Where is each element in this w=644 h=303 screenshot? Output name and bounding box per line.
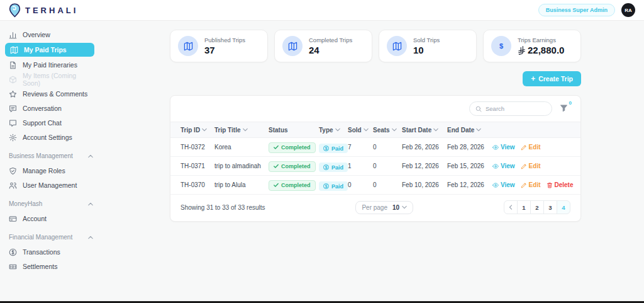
dashboard-screen: TERHALI Business Super Admin RA Overview… — [0, 0, 644, 303]
avatar[interactable]: RA — [621, 3, 635, 17]
brand-logo: TERHALI — [9, 3, 78, 18]
status-badge: Completed — [269, 161, 316, 172]
bar-chart-icon — [9, 31, 17, 39]
sidebar-item-manage-roles[interactable]: Manage Roles — [0, 164, 96, 177]
dollar-coin-icon: $ — [323, 164, 329, 170]
stat-label: Trips Earnings — [518, 37, 564, 43]
sidebar-item-conversation[interactable]: Conversation — [0, 102, 96, 115]
stat-value: 37 — [204, 45, 245, 55]
saudi-riyal-icon — [518, 46, 526, 55]
column-header-sold[interactable]: Sold — [348, 127, 373, 134]
page-button-4[interactable]: 4 — [557, 200, 570, 214]
view-button[interactable]: View — [492, 144, 515, 151]
map-icon — [282, 36, 303, 56]
top-bar: TERHALI Business Super Admin RA — [0, 0, 644, 21]
map-icon — [10, 46, 18, 54]
sidebar-item-label: Settlements — [23, 263, 57, 270]
cell-trip-id: TH-0372 — [180, 144, 214, 151]
column-header-seats[interactable]: Seats — [373, 127, 402, 134]
cell-trip-title: trip to Alula — [214, 181, 269, 188]
sidebar-item-account-settings[interactable]: Account Settings — [0, 131, 96, 144]
results-summary: Showing 31 to 33 of 33 results — [180, 204, 265, 211]
map-icon — [178, 36, 198, 56]
sidebar-item-label: Reviews & Comments — [23, 90, 87, 98]
chevron-down-icon — [335, 127, 340, 132]
view-button[interactable]: View — [492, 181, 515, 188]
sidebar-item-reviews-comments[interactable]: Reviews & Comments — [0, 88, 96, 100]
create-trip-button[interactable]: + Create Trip — [523, 71, 581, 86]
stat-label: Completed Trips — [309, 37, 352, 43]
cell-sold: 7 — [348, 144, 373, 151]
sidebar-item-overview[interactable]: Overview — [0, 28, 96, 41]
sidebar-section-business-management[interactable]: Business Management — [9, 152, 93, 159]
column-header-status: Status — [269, 127, 319, 134]
sidebar-item-label: Transactions — [23, 248, 60, 256]
chevron-up-icon — [88, 154, 93, 159]
cell-trip-id: TH-0370 — [180, 181, 214, 188]
edit-button[interactable]: Edit — [521, 144, 541, 151]
stat-value: 24 — [309, 45, 352, 55]
sidebar-item-my-paid-trips[interactable]: My Paid Trips — [5, 43, 94, 57]
chevron-down-icon — [243, 127, 248, 132]
sidebar-item-account[interactable]: Account — [0, 212, 96, 225]
column-header-end-date[interactable]: End Date — [447, 127, 492, 134]
chevron-up-icon — [88, 202, 93, 207]
per-page-select[interactable]: Per page 10 — [355, 201, 413, 214]
cell-end-date: Feb 28, 2026 — [447, 144, 492, 151]
dollar-circle-icon — [9, 248, 17, 256]
section-label: Financial Management — [9, 234, 72, 241]
page-button-2[interactable]: 2 — [530, 200, 544, 214]
chevron-down-icon — [392, 127, 397, 132]
banknote-icon — [9, 263, 17, 271]
sidebar-item-my-paid-itineraries[interactable]: My Paid Itineraries — [0, 59, 96, 71]
eye-icon — [492, 182, 499, 188]
sidebar-item-user-management[interactable]: User Management — [0, 179, 96, 192]
trash-icon — [547, 182, 553, 188]
delete-button[interactable]: Delete — [547, 181, 574, 188]
sidebar-item-support-chat[interactable]: Support Chat — [0, 117, 96, 129]
type-badge: $Paid — [319, 144, 348, 153]
previous-page-button[interactable] — [504, 200, 518, 214]
column-header-trip-id[interactable]: Trip ID — [180, 127, 214, 134]
cell-sold: 0 — [348, 181, 373, 188]
chevron-down-icon — [402, 205, 407, 210]
chat-icon — [9, 119, 17, 127]
sidebar-item-my-items: My Items (Coming Soon) — [0, 73, 96, 86]
stat-label: Sold Trips — [413, 37, 440, 43]
stat-card-trips-earnings: $ Trips Earnings 22,880.0 — [483, 30, 581, 62]
view-button[interactable]: View — [492, 163, 515, 169]
stat-card-published-trips: Published Trips 37 — [170, 30, 268, 62]
cell-end-date: Feb 12, 2026 — [447, 181, 492, 188]
table-footer: Showing 31 to 33 of 33 results Per page … — [170, 195, 580, 221]
table-toolbar: 0 — [170, 96, 580, 122]
cell-trip-id: TH-0371 — [180, 163, 214, 169]
cell-start-date: Feb 12, 2026 — [402, 163, 447, 169]
pagination: 1 2 3 4 — [504, 200, 570, 214]
search-input[interactable] — [486, 105, 546, 112]
plus-icon: + — [531, 75, 535, 83]
eye-icon — [492, 163, 499, 169]
column-header-type[interactable]: Type — [319, 127, 348, 134]
page-button-3[interactable]: 3 — [543, 200, 557, 214]
cell-start-date: Feb 10, 2026 — [402, 181, 447, 188]
column-header-start-date[interactable]: Start Date — [402, 127, 447, 134]
column-header-trip-title[interactable]: Trip Title — [214, 127, 269, 134]
sidebar-section-financial-management[interactable]: Financial Management — [9, 234, 93, 241]
trips-table-card: 0 Trip ID Trip Title Status Type Sold Se… — [170, 95, 581, 222]
users-icon — [9, 181, 17, 190]
page-button-1[interactable]: 1 — [517, 200, 531, 214]
sidebar-item-transactions[interactable]: Transactions — [0, 246, 96, 258]
sidebar-item-label: Manage Roles — [23, 167, 65, 174]
chevron-down-icon — [433, 127, 438, 132]
sidebar-item-settlements[interactable]: Settlements — [0, 260, 96, 273]
chevron-down-icon — [202, 127, 207, 132]
table-row: TH-0371 trip to almadinah Completed $Pai… — [170, 157, 580, 176]
edit-button[interactable]: Edit — [521, 181, 541, 188]
search-box — [469, 101, 552, 116]
table-row: TH-0372 Korea Completed $Paid 7 0 Feb 26… — [170, 138, 580, 157]
edit-button[interactable]: Edit — [521, 163, 541, 169]
filter-button[interactable]: 0 — [560, 103, 572, 115]
sidebar-section-moneyhash[interactable]: MoneyHash — [9, 200, 93, 207]
chevron-down-icon — [364, 127, 369, 132]
sidebar-item-label: Account Settings — [23, 134, 72, 141]
